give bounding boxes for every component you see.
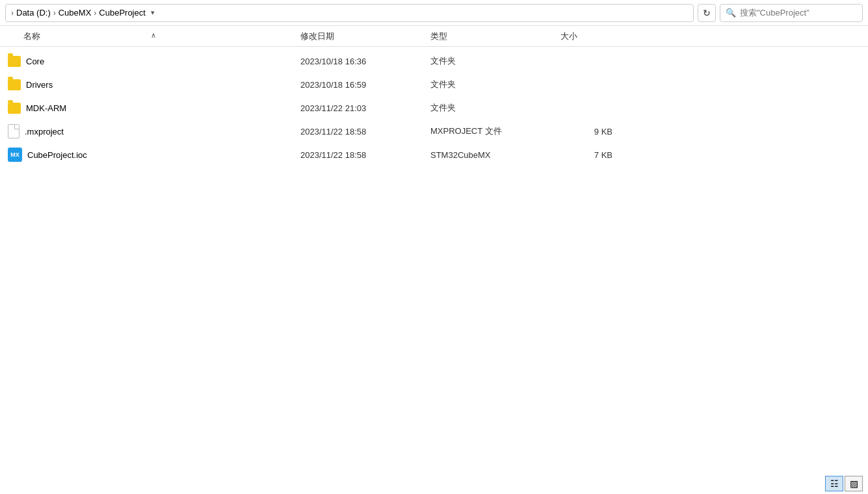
- refresh-button[interactable]: ↻: [698, 4, 716, 22]
- file-name-cell: Drivers: [8, 79, 300, 90]
- file-name-cell: MDK-ARM: [8, 103, 300, 114]
- table-row[interactable]: Drivers 2023/10/18 16:59 文件夹: [0, 73, 868, 96]
- file-size-label: 9 KB: [560, 127, 625, 136]
- sep1: ›: [53, 8, 56, 18]
- column-header: ∧ 名称 修改日期 类型 大小: [0, 26, 868, 47]
- folder-icon: [8, 103, 21, 114]
- folder-icon: [8, 56, 21, 67]
- bottom-toolbar: ☷ ▨: [820, 473, 868, 494]
- file-name-label: MDK-ARM: [26, 103, 66, 113]
- table-row[interactable]: .mxproject 2023/11/22 18:58 MXPROJECT 文件…: [0, 120, 868, 143]
- file-name-cell: .mxproject: [8, 124, 300, 138]
- file-date-label: 2023/10/18 16:59: [300, 80, 430, 90]
- file-type-label: 文件夹: [430, 102, 560, 114]
- mx-file-icon: MX: [8, 148, 22, 162]
- table-row[interactable]: MDK-ARM 2023/11/22 21:03 文件夹: [0, 96, 868, 120]
- breadcrumb-cubeproject[interactable]: CubeProject: [99, 8, 146, 18]
- view-details-button[interactable]: ☷: [825, 476, 843, 491]
- view-list-button[interactable]: ▨: [845, 476, 863, 491]
- file-date-label: 2023/10/18 16:36: [300, 57, 430, 66]
- search-input[interactable]: [740, 8, 844, 18]
- file-name-label: CubeProject.ioc: [27, 150, 87, 160]
- table-row[interactable]: MX CubeProject.ioc 2023/11/22 18:58 STM3…: [0, 143, 868, 166]
- search-box[interactable]: 🔍: [720, 4, 863, 22]
- file-list: Core 2023/10/18 16:36 文件夹 Drivers 2023/1…: [0, 47, 868, 169]
- file-date-label: 2023/11/22 18:58: [300, 150, 430, 160]
- table-row[interactable]: Core 2023/10/18 16:36 文件夹: [0, 49, 868, 73]
- breadcrumb-cubemx[interactable]: CubeMX: [59, 8, 92, 18]
- sort-arrow: ∧: [151, 31, 156, 40]
- col-header-size[interactable]: 大小: [560, 31, 625, 42]
- file-type-label: STM32CubeMX: [430, 150, 560, 160]
- sep2: ›: [94, 8, 96, 18]
- file-type-label: 文件夹: [430, 79, 560, 90]
- file-name-label: .mxproject: [25, 127, 64, 136]
- dropdown-arrow[interactable]: ▾: [151, 8, 155, 17]
- file-name-cell: MX CubeProject.ioc: [8, 148, 300, 162]
- file-type-label: 文件夹: [430, 55, 560, 67]
- file-date-label: 2023/11/22 18:58: [300, 127, 430, 136]
- folder-icon: [8, 79, 21, 90]
- breadcrumb-area[interactable]: › Data (D:) › CubeMX › CubeProject ▾: [5, 4, 694, 22]
- file-name-cell: Core: [8, 56, 300, 67]
- col-header-type[interactable]: 类型: [430, 31, 560, 42]
- file-name-label: Drivers: [26, 80, 53, 90]
- generic-file-icon: [8, 124, 20, 138]
- col-header-date[interactable]: 修改日期: [300, 31, 430, 42]
- view-list-icon: ▨: [850, 478, 858, 489]
- file-date-label: 2023/11/22 21:03: [300, 103, 430, 113]
- file-type-label: MXPROJECT 文件: [430, 125, 560, 137]
- breadcrumb-datad[interactable]: Data (D:): [16, 8, 51, 18]
- nav-back-icon: ›: [11, 8, 14, 18]
- view-details-icon: ☷: [830, 478, 839, 489]
- address-bar: › Data (D:) › CubeMX › CubeProject ▾ ↻ 🔍: [0, 0, 868, 26]
- file-name-label: Core: [26, 57, 44, 66]
- search-icon: 🔍: [726, 8, 736, 18]
- file-size-label: 7 KB: [560, 150, 625, 160]
